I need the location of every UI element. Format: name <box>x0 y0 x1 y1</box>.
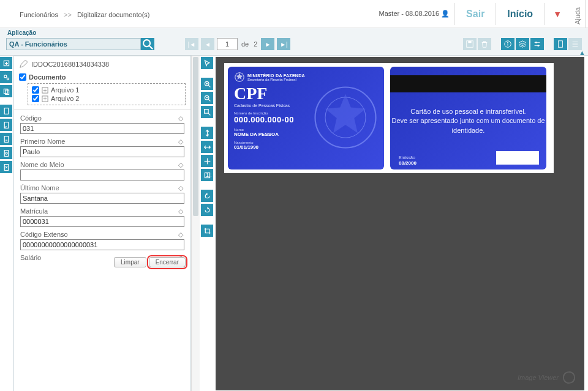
zoom-region-icon[interactable] <box>201 106 213 118</box>
erase-icon[interactable]: ◇ <box>178 184 183 192</box>
rail-page4-icon[interactable] <box>0 147 12 159</box>
rail-page3-icon[interactable] <box>0 133 12 145</box>
form-area: Código ◇ Primeiro Nome ◇ Nome do Meio ◇ … <box>14 110 190 270</box>
primeiro-nome-input[interactable] <box>20 146 184 157</box>
svg-point-17 <box>7 78 9 80</box>
cpf-ministerio: MINISTÉRIO DA FAZENDA <box>247 73 305 78</box>
settings-icon[interactable] <box>530 38 544 50</box>
side-panel: IDDOC201688134034338 Documento Arquivo 1… <box>13 56 191 391</box>
user-icon: 👤 <box>441 10 450 17</box>
viewer-canvas[interactable]: MINISTÉRIO DA FAZENDA Secretaria da Rece… <box>216 57 584 390</box>
svg-rect-40 <box>204 109 208 113</box>
viewer-watermark: Image Viewer <box>518 371 576 384</box>
zoom-in-icon[interactable] <box>201 78 213 90</box>
matricula-input[interactable] <box>20 216 184 227</box>
field-codigo-extenso: Código Extenso ◇ <box>20 231 184 250</box>
erase-icon[interactable]: ◇ <box>178 138 183 146</box>
rail-page1-icon[interactable] <box>0 105 12 117</box>
breadcrumb-root: Funcionários <box>20 11 58 18</box>
erase-icon[interactable]: ◇ <box>178 161 183 169</box>
ultimo-nome-input[interactable] <box>20 193 184 204</box>
page-input[interactable] <box>217 38 238 50</box>
main: IDDOC201688134034338 Documento Arquivo 1… <box>0 56 588 391</box>
cpf-emissao: 08/2000 <box>399 160 417 166</box>
field-nome-meio: Nome do Meio ◇ <box>20 161 184 181</box>
cpf-back-line1: Cartão de uso pessoal e intransferível. <box>410 108 526 115</box>
nome-meio-input[interactable] <box>20 169 184 181</box>
toolbar: Aplicação |◄ ◄ de 2 ► ►| ▲ <box>0 28 588 56</box>
app-selector <box>6 38 154 50</box>
toolbar-group-1 <box>463 38 491 50</box>
page-of: de <box>241 40 249 48</box>
file-checkbox[interactable] <box>32 86 39 94</box>
field-label: Código <box>20 114 184 122</box>
home-button[interactable]: Início <box>496 3 544 25</box>
next-page-button[interactable]: ► <box>261 38 274 50</box>
crop-icon[interactable] <box>201 225 213 237</box>
doc-icon[interactable] <box>554 38 567 50</box>
info-icon[interactable] <box>501 38 514 50</box>
file-list: Arquivo 1 Arquivo 2 <box>28 83 186 105</box>
field-label: Último Nome <box>20 184 184 192</box>
rail-page5-icon[interactable] <box>0 161 12 173</box>
document-node[interactable]: Documento <box>19 73 186 81</box>
list-icon[interactable] <box>568 38 582 50</box>
document-checkbox[interactable] <box>19 73 26 81</box>
layers-icon[interactable] <box>516 38 529 50</box>
erase-icon[interactable]: ◇ <box>178 231 183 239</box>
file-label: Arquivo 1 <box>51 86 79 94</box>
toolbar-group-3 <box>554 38 582 50</box>
actual-size-icon[interactable]: 1:1 <box>201 169 213 181</box>
field-matricula: Matrícula ◇ <box>20 207 184 227</box>
breadcrumb: Funcionários >> Digitalizar documento(s) <box>2 7 379 20</box>
rail-page2-icon[interactable] <box>0 119 12 131</box>
fit-both-icon[interactable] <box>201 155 213 167</box>
search-icon[interactable] <box>141 38 154 50</box>
svg-rect-3 <box>468 41 471 43</box>
scrollbar-thumb[interactable] <box>193 57 198 216</box>
help-tab[interactable]: Ajuda <box>570 0 586 28</box>
svg-line-1 <box>149 46 153 50</box>
document-tree: IDDOC201688134034338 Documento Arquivo 1… <box>14 56 190 110</box>
app-label: Aplicação <box>7 29 36 36</box>
file-checkbox[interactable] <box>32 95 39 102</box>
field-codigo: Código ◇ <box>20 114 184 134</box>
pointer-icon[interactable] <box>201 57 213 69</box>
fit-vertical-icon[interactable] <box>201 127 213 139</box>
rail-gears-icon[interactable] <box>0 71 12 83</box>
codigo-input[interactable] <box>20 123 184 134</box>
rail-add-icon[interactable] <box>0 57 12 69</box>
cpf-emissao-label: Emissão <box>399 155 415 160</box>
cpf-secretaria: Secretaria da Receita Federal <box>247 78 305 81</box>
finish-button[interactable]: Encerrar <box>149 257 186 267</box>
app-input[interactable] <box>6 38 141 50</box>
clear-button[interactable]: Limpar <box>114 257 146 267</box>
rotate-right-icon[interactable] <box>201 204 213 216</box>
file-item[interactable]: Arquivo 1 <box>32 86 181 94</box>
file-item[interactable]: Arquivo 2 <box>32 94 181 103</box>
first-page-button[interactable]: |◄ <box>185 38 198 50</box>
erase-icon[interactable]: ◇ <box>178 114 183 122</box>
aperture-icon <box>562 371 576 384</box>
cpf-back-line2: Deve ser apresentado junto com um docume… <box>391 117 545 133</box>
last-page-button[interactable]: ►| <box>277 38 290 50</box>
brasao-icon <box>234 72 245 83</box>
rail-copy-icon[interactable] <box>0 85 12 97</box>
svg-point-7 <box>535 42 537 43</box>
codigo-extenso-input[interactable] <box>20 239 184 250</box>
exit-button[interactable]: Sair <box>454 3 496 25</box>
dropdown-toggle[interactable]: ▼ <box>544 3 570 25</box>
scrollbar[interactable] <box>191 56 200 391</box>
svg-point-8 <box>537 45 539 47</box>
svg-rect-22 <box>4 136 9 142</box>
erase-icon[interactable]: ◇ <box>178 207 183 215</box>
rotate-left-icon[interactable] <box>201 190 213 202</box>
field-label: Primeiro Nome <box>20 138 184 145</box>
document-image: MINISTÉRIO DA FAZENDA Secretaria da Rece… <box>224 63 554 173</box>
svg-point-16 <box>4 75 6 77</box>
delete-icon[interactable] <box>478 38 491 50</box>
save-icon[interactable] <box>463 38 477 50</box>
fit-horizontal-icon[interactable] <box>201 141 213 153</box>
zoom-out-icon[interactable] <box>201 92 213 104</box>
prev-page-button[interactable]: ◄ <box>201 38 214 50</box>
